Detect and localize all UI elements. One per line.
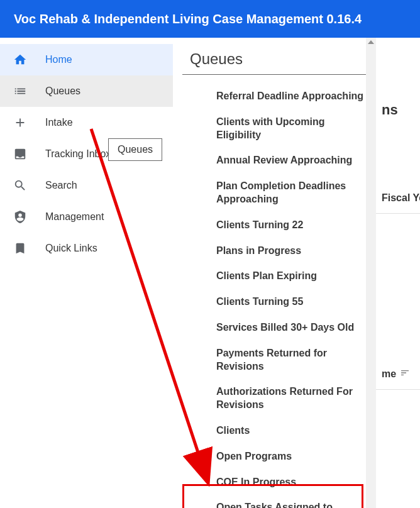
- queue-item[interactable]: Clients Turning 55: [182, 289, 372, 315]
- queue-item[interactable]: Referral Deadline Approaching: [182, 84, 372, 109]
- queue-item[interactable]: Open Programs: [182, 444, 372, 470]
- inbox-icon: [13, 146, 28, 162]
- queue-item[interactable]: COE In Progress: [182, 470, 372, 495]
- sidebar-item-label: Queues: [45, 86, 80, 97]
- sidebar-item-label: Search: [45, 180, 77, 191]
- scrollbar[interactable]: [366, 38, 376, 508]
- queue-item[interactable]: Clients Plan Expiring: [182, 263, 372, 289]
- list-icon: [13, 84, 28, 99]
- sort-icon: [400, 368, 410, 380]
- sidebar-item-search[interactable]: Search: [0, 170, 173, 201]
- queue-item[interactable]: Plans in Progress: [182, 238, 372, 264]
- heading-fragment: ns: [375, 94, 420, 126]
- queue-item[interactable]: Plan Completion Deadlines Approaching: [182, 174, 372, 213]
- sidebar-item-quick-links[interactable]: Quick Links: [0, 233, 173, 264]
- content-pane-fragment: ns Fiscal Ye me: [375, 38, 420, 508]
- queue-item[interactable]: Open Tasks Assigned to: [182, 495, 372, 508]
- queue-item[interactable]: Clients: [182, 418, 372, 444]
- shield-user-icon: [13, 209, 28, 224]
- queue-item[interactable]: Authorizations Returned For Revisions: [182, 379, 372, 418]
- app-header: Voc Rehab & Independent Living Case Mana…: [0, 0, 420, 38]
- app-title: Voc Rehab & Independent Living Case Mana…: [14, 12, 362, 26]
- bookmark-icon: [13, 241, 28, 256]
- scroll-up-icon[interactable]: [368, 40, 374, 44]
- plus-icon: [13, 115, 28, 130]
- sidebar-item-intake[interactable]: Intake: [0, 107, 173, 138]
- sidebar-item-label: Tracking Inbox: [45, 148, 111, 160]
- queues-heading: Queues: [182, 50, 367, 75]
- sidebar-item-queues[interactable]: Queues: [0, 75, 173, 107]
- sidebar-item-management[interactable]: Management: [0, 201, 173, 233]
- home-icon: [13, 52, 28, 67]
- queue-item[interactable]: Services Billed 30+ Days Old: [182, 315, 372, 341]
- sidebar-item-home[interactable]: Home: [0, 44, 173, 75]
- sidebar: Home Queues Intake Tracking Inbox Search: [0, 38, 173, 508]
- sidebar-item-label: Intake: [45, 117, 73, 128]
- sidebar-item-label: Management: [45, 211, 104, 223]
- queues-tooltip: Queues: [108, 138, 162, 161]
- sidebar-item-label: Quick Links: [45, 243, 97, 254]
- queue-item[interactable]: Clients with Upcoming Eligibility: [182, 109, 372, 148]
- queues-panel: Queues Referral Deadline ApproachingClie…: [182, 38, 372, 508]
- column-header-me[interactable]: me: [375, 358, 420, 390]
- queue-list: Referral Deadline ApproachingClients wit…: [182, 84, 372, 508]
- queue-item[interactable]: Annual Review Approaching: [182, 148, 372, 174]
- column-header-fiscal[interactable]: Fiscal Ye: [375, 182, 420, 214]
- sidebar-item-label: Home: [45, 54, 72, 65]
- search-icon: [13, 178, 28, 193]
- queue-item[interactable]: Payments Returned for Revisions: [182, 341, 372, 380]
- queue-item[interactable]: Clients Turning 22: [182, 213, 372, 238]
- app-body: Home Queues Intake Tracking Inbox Search: [0, 38, 420, 508]
